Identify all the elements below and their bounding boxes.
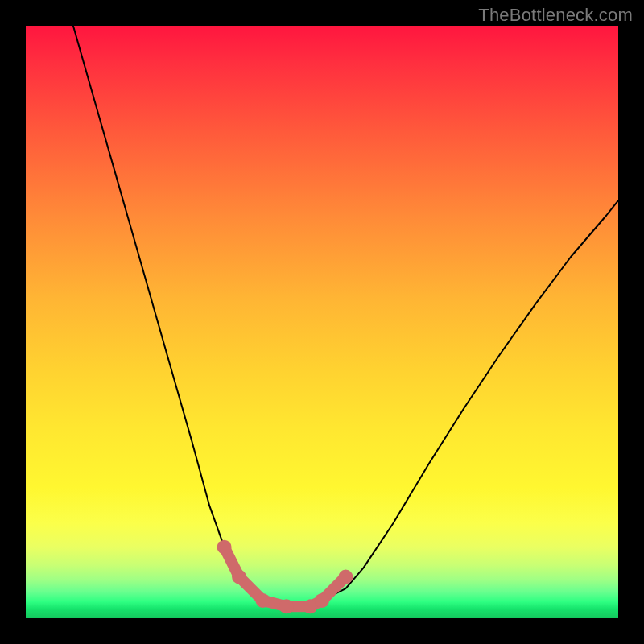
valley-marker-dot: [279, 599, 294, 613]
chart-svg: [26, 26, 618, 618]
bottleneck-curve-line: [73, 26, 618, 606]
valley-marker-dot: [232, 570, 246, 584]
chart-frame: TheBottleneck.com: [0, 0, 644, 644]
valley-marker-dot: [255, 593, 270, 608]
valley-marker-dots: [217, 540, 353, 614]
plot-area: [26, 26, 618, 618]
valley-marker-dot: [338, 570, 353, 584]
valley-marker-dot: [217, 540, 232, 555]
watermark-text: TheBottleneck.com: [478, 5, 633, 26]
valley-marker-dot: [315, 593, 329, 608]
